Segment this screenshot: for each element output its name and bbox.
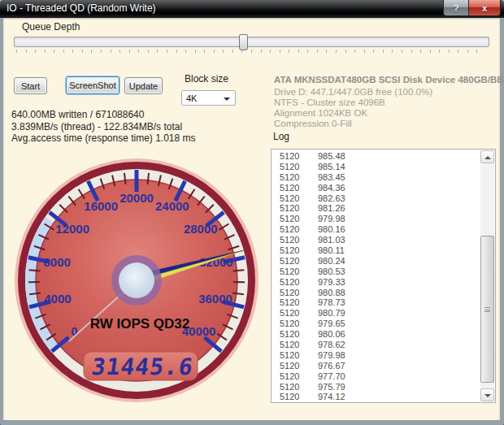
log-scrollbar[interactable] bbox=[480, 150, 494, 401]
log-row[interactable]: 5120985.14 bbox=[272, 162, 480, 172]
gauge-tick-label: 16000 bbox=[84, 199, 118, 213]
log-row[interactable]: 5120975.79 bbox=[272, 382, 480, 392]
gauge-digital-readout: 31445.6 bbox=[90, 353, 196, 380]
log-row[interactable]: 5120980.24 bbox=[272, 256, 480, 267]
chevron-down-icon bbox=[224, 98, 230, 101]
gauge-tick-label: 28000 bbox=[184, 222, 218, 236]
gauge-svg: 0400080001200016000200002400028000320003… bbox=[11, 155, 262, 409]
start-button-label: Start bbox=[21, 81, 40, 91]
log-row[interactable]: 5120982.63 bbox=[272, 193, 480, 204]
status-throughput: 3.839MB/s (thread) - 122.834MB/s total bbox=[11, 121, 182, 132]
speedometer-gauge: 0400080001200016000200002400028000320003… bbox=[11, 155, 262, 409]
log-row[interactable]: 5120978.62 bbox=[272, 340, 480, 350]
update-button[interactable]: Update bbox=[124, 77, 163, 94]
screenshot-button[interactable]: ScreenShot bbox=[66, 76, 119, 94]
scrollbar-grip-icon bbox=[484, 307, 490, 312]
log-row[interactable]: 5120979.33 bbox=[272, 277, 480, 288]
gauge-hub bbox=[119, 262, 154, 298]
block-size-label: Block size bbox=[185, 73, 228, 85]
status-written: 640.00MB written / 671088640 bbox=[11, 109, 144, 120]
gauge-tick-label: 24000 bbox=[155, 199, 189, 213]
slider-tick-marks bbox=[16, 50, 486, 53]
app-window: IO - Threaded QD (Random Write) ? x Queu… bbox=[0, 0, 504, 425]
close-button[interactable]: x bbox=[468, 0, 501, 16]
gauge-minor-tick bbox=[29, 270, 41, 271]
client-area: Queue Depth Start ScreenShot Update Bloc… bbox=[3, 18, 500, 420]
log-row[interactable]: 5120980.06 bbox=[272, 329, 480, 340]
close-icon: x bbox=[482, 3, 487, 13]
gauge-tick-label: 4000 bbox=[44, 292, 71, 306]
log-row[interactable]: 5120984.36 bbox=[272, 183, 480, 193]
gauge-minor-tick bbox=[232, 270, 244, 271]
log-row[interactable]: 5120979.98 bbox=[272, 350, 480, 361]
arrow-up-icon bbox=[484, 156, 491, 159]
block-size-value: 4K bbox=[186, 93, 197, 103]
scroll-up-button[interactable] bbox=[480, 150, 494, 163]
block-size-select[interactable]: 4K bbox=[181, 90, 236, 106]
gauge-title-label: RW IOPS QD32 bbox=[90, 316, 190, 332]
log-row[interactable]: 5120979.65 bbox=[272, 319, 480, 329]
help-icon: ? bbox=[454, 3, 459, 13]
queue-depth-thumb[interactable] bbox=[239, 34, 248, 50]
log-row[interactable]: 5120979.98 bbox=[272, 214, 480, 224]
scrollbar-thumb[interactable] bbox=[480, 236, 494, 383]
queue-depth-slider[interactable] bbox=[14, 37, 489, 47]
gauge-digital-value: 31445.6 bbox=[90, 353, 196, 380]
log-row[interactable]: 5120980.79 bbox=[272, 308, 480, 319]
titlebar[interactable]: IO - Threaded QD (Random Write) ? x bbox=[0, 0, 504, 18]
device-alignment: Alignment 1024KB OK bbox=[274, 108, 367, 118]
start-button[interactable]: Start bbox=[14, 77, 47, 94]
update-button-label: Update bbox=[129, 81, 158, 91]
device-fs-info: NTFS - Cluster size 4096B bbox=[274, 98, 385, 107]
log-rows: 5120985.485120985.145120983.455120984.36… bbox=[272, 151, 480, 401]
device-drive-info: Drive D: 447.1/447.0GB free (100.0%) bbox=[274, 87, 432, 97]
status-access-time: Avg.access time (response time) 1.018 ms bbox=[11, 132, 196, 144]
gauge-tick-label: 8000 bbox=[43, 255, 70, 269]
log-row[interactable]: 5120980.88 bbox=[272, 288, 480, 298]
log-row[interactable]: 5120981.26 bbox=[272, 203, 480, 214]
gauge-tick-label: 20000 bbox=[119, 191, 154, 205]
caption-buttons: ? x bbox=[443, 0, 501, 16]
log-row[interactable]: 5120980.11 bbox=[272, 245, 480, 256]
log-row[interactable]: 5120977.70 bbox=[272, 371, 480, 382]
device-title: ATA MKNSSDAT480GB SCSI Disk Device 480GB… bbox=[274, 75, 504, 85]
log-row[interactable]: 5120983.45 bbox=[272, 172, 480, 183]
log-row[interactable]: 5120978.73 bbox=[272, 297, 480, 308]
log-row[interactable]: 5120976.67 bbox=[272, 361, 480, 371]
log-row[interactable]: 5120980.53 bbox=[272, 267, 480, 277]
window-title: IO - Threaded QD (Random Write) bbox=[7, 2, 156, 14]
arrow-down-icon bbox=[484, 394, 491, 397]
screenshot-button-label: ScreenShot bbox=[69, 80, 115, 90]
log-row[interactable]: 5120980.16 bbox=[272, 224, 480, 235]
log-row[interactable]: 5120981.03 bbox=[272, 235, 480, 245]
log-label: Log bbox=[273, 131, 289, 142]
gauge-tick-label: 12000 bbox=[55, 222, 89, 236]
log-row[interactable]: 5120974.12 bbox=[272, 392, 480, 401]
queue-depth-label: Queue Depth bbox=[22, 21, 80, 33]
device-compression: Compression 0-Fill bbox=[274, 119, 352, 128]
gauge-tick-label: 36000 bbox=[198, 292, 232, 306]
scroll-down-button[interactable] bbox=[480, 388, 494, 401]
help-button[interactable]: ? bbox=[443, 0, 468, 16]
log-listbox[interactable]: 5120985.485120985.145120983.455120984.36… bbox=[271, 149, 496, 403]
log-row[interactable]: 5120985.48 bbox=[272, 151, 480, 162]
